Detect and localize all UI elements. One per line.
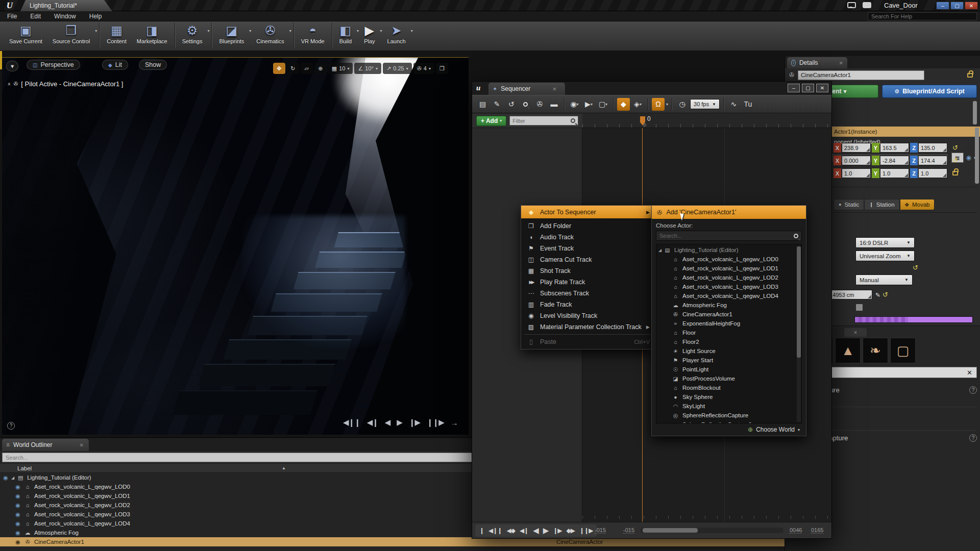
filmback-dropdown[interactable]: 16:9 DSLR▼ xyxy=(855,237,915,248)
undo-button[interactable]: ↺ xyxy=(505,98,518,111)
timeline-ruler[interactable]: 0 0 xyxy=(582,114,831,128)
source-control-button[interactable]: ❒Source Control xyxy=(47,21,95,45)
lock-icon[interactable] xyxy=(967,73,973,78)
help-search-input[interactable] xyxy=(868,12,977,20)
close-icon[interactable]: ✕ xyxy=(552,86,556,92)
actor-list-world-row[interactable]: ◢▤Lighting_Tutorial (Editor) xyxy=(656,245,801,255)
vr-mode-button[interactable]: ◓VR Mode xyxy=(296,21,330,45)
step-forward-button[interactable]: ❙▶ xyxy=(409,418,420,427)
chevron-down-icon[interactable]: ▾ xyxy=(429,66,431,71)
view-options-eye-icon[interactable]: ◉ xyxy=(966,154,971,161)
viewport-options-dropdown[interactable]: ▾ xyxy=(6,61,18,71)
minimize-button[interactable]: – xyxy=(936,2,949,10)
step-back-button[interactable]: ◀❙ xyxy=(367,418,378,427)
actor-item-floor2[interactable]: ⌂Floor2 xyxy=(656,337,801,346)
menu-item-camera-cut-track[interactable]: ◫Camera Cut Track xyxy=(521,254,654,265)
keyframe-button[interactable]: ◆ xyxy=(617,98,630,111)
help-button[interactable]: ? xyxy=(7,422,15,430)
scale-z-field[interactable]: 1.0 xyxy=(919,168,947,178)
save-as-button[interactable]: ✎ xyxy=(491,98,503,111)
view-range-end[interactable]: 0165 xyxy=(811,527,823,534)
cinematics-button[interactable]: ✇Cinematics xyxy=(251,21,289,45)
curve-tools-button[interactable]: Tu xyxy=(742,98,754,111)
cinematics-dropdown[interactable]: ▾ xyxy=(289,29,291,33)
actor-item-sphere-reflection2[interactable]: ◎SphereReflectionCapture2 xyxy=(656,420,801,423)
scrollbar-thumb[interactable] xyxy=(643,528,698,533)
actor-item-roomblockout[interactable]: ⌂RoomBlockout xyxy=(656,383,801,392)
marketplace-button[interactable]: ◨Marketplace xyxy=(132,21,173,45)
auto-key-options-button[interactable]: ◈▾ xyxy=(631,98,644,111)
record-caret[interactable]: ❙ xyxy=(479,527,484,534)
show-button[interactable]: Show xyxy=(139,60,167,70)
world-outliner-tab[interactable]: ≡ World Outliner ✕ xyxy=(2,439,89,451)
to-front-button[interactable]: ◀❙❙ xyxy=(488,527,502,534)
close-icon[interactable]: ✕ xyxy=(853,330,857,335)
actor-item-sphere-reflection[interactable]: ◎SphereReflectionCapture xyxy=(656,411,801,420)
world-local-toggle[interactable]: ⊕ xyxy=(314,63,327,74)
playback-options-button[interactable]: ▶▾ xyxy=(582,98,595,111)
feedback-icon[interactable] xyxy=(863,2,871,8)
menu-help[interactable]: Help xyxy=(89,13,102,20)
details-tab[interactable]: i Details ✕ xyxy=(787,57,847,68)
build-button[interactable]: ◧Build xyxy=(334,21,357,45)
actor-item-floor[interactable]: ⌂Floor xyxy=(656,328,801,337)
menu-item-fade-track[interactable]: ▥Fade Track xyxy=(521,299,654,310)
chevron-down-icon[interactable]: ▾ xyxy=(347,66,349,71)
actor-item[interactable]: ⌂Aset_rock_volcanic_L_qegwv_LOD2 xyxy=(656,273,801,282)
actor-name-field[interactable] xyxy=(798,70,924,80)
grid-snap-toggle[interactable]: ▦10▾ xyxy=(328,63,353,74)
scale-y-field[interactable]: 1.0 xyxy=(880,168,909,178)
actor-item-light-source[interactable]: ☀Light Source xyxy=(656,346,801,356)
add-track-button[interactable]: + Add▾ xyxy=(476,116,506,126)
sequencer-titlebar[interactable]: u ✦ Sequencer ✕ – ▢ ✕ xyxy=(472,82,831,95)
play-reverse-button[interactable]: ◀ xyxy=(533,526,538,535)
curve-editor-button[interactable]: ∿ xyxy=(727,98,740,111)
chat-icon[interactable] xyxy=(847,2,856,8)
save-sequence-button[interactable]: ▤ xyxy=(476,98,489,111)
visibility-eye-icon[interactable]: ◉ xyxy=(12,539,23,545)
scale-tool-button[interactable]: ▱ xyxy=(301,63,313,74)
content-button[interactable]: ▦Content xyxy=(102,21,132,45)
rotation-y-field[interactable]: -2.84 xyxy=(880,156,909,165)
save-current-button[interactable]: ▣Save Current xyxy=(4,21,47,45)
actor-item-player-start[interactable]: ⚑Player Start xyxy=(656,356,801,365)
mobility-stationary-button[interactable]: ❙Station xyxy=(864,199,899,210)
close-button[interactable]: ✕ xyxy=(816,84,828,92)
close-icon[interactable]: ✕ xyxy=(839,60,843,66)
scale-lock-icon[interactable] xyxy=(952,171,958,176)
menu-edit[interactable]: Edit xyxy=(30,13,41,20)
play-forward-button[interactable]: ▶ xyxy=(397,418,402,427)
menu-item-add-folder[interactable]: ❐Add Folder xyxy=(521,220,654,232)
menu-item-paste[interactable]: ▯PasteCtrl+V xyxy=(521,336,654,347)
visibility-eye-icon[interactable]: ◉ xyxy=(0,474,11,481)
timeline-scrollbar[interactable] xyxy=(641,528,783,533)
maximize-button[interactable]: ▢ xyxy=(802,84,814,92)
reset-rotation-icon[interactable]: ↺ xyxy=(952,157,958,164)
focus-plane-color-swatch[interactable] xyxy=(854,316,973,323)
location-z-field[interactable]: 135.0 xyxy=(919,143,947,153)
component-tree-scrollbar[interactable] xyxy=(973,101,977,124)
working-range-end[interactable]: 0046 xyxy=(790,527,802,534)
close-icon[interactable]: ✕ xyxy=(80,442,84,448)
camera-speed-control[interactable]: ✇4▾ xyxy=(413,63,434,74)
maximize-button[interactable]: ▢ xyxy=(950,2,964,10)
play-reverse-button[interactable]: ◀ xyxy=(385,418,390,427)
scrollbar-thumb[interactable] xyxy=(797,246,801,358)
find-in-content-browser-button[interactable] xyxy=(519,98,532,111)
project-tab[interactable]: Lighting_Tutorial* xyxy=(20,0,112,11)
choose-world-bar[interactable]: ⊕ Choose World ▾ xyxy=(652,423,806,436)
actor-item-atmospheric-fog[interactable]: ☁Atmospheric Fog xyxy=(656,300,801,310)
reset-location-icon[interactable]: ↺ xyxy=(952,144,958,152)
actor-item[interactable]: ⌂Aset_rock_volcanic_L_qegwv_LOD0 xyxy=(656,255,801,264)
blueprints-button[interactable]: ◪Blueprints xyxy=(214,21,249,45)
rotation-snap-toggle[interactable]: ∠10°▾ xyxy=(354,63,381,74)
maximize-viewport-button[interactable]: ❐ xyxy=(436,63,448,74)
chevron-down-icon[interactable]: ▾ xyxy=(406,66,408,71)
chevron-down-icon[interactable]: ▾ xyxy=(376,66,378,71)
play-button[interactable]: ▶Play xyxy=(359,21,380,45)
reset-focus-icon[interactable]: ↺ xyxy=(913,264,918,271)
expand-arrow-icon[interactable]: ◢ xyxy=(656,248,664,253)
menu-item-level-visibility-track[interactable]: ◉Level Visibility Track xyxy=(521,310,654,321)
close-button[interactable]: ✕ xyxy=(965,2,978,10)
actor-item-height-fog[interactable]: ≈ExponentialHeightFog xyxy=(656,319,801,328)
